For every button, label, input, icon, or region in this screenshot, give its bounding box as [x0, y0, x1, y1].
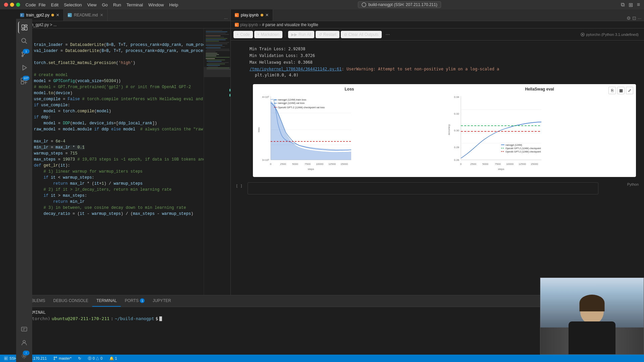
status-errors[interactable]: ⓪ 0 △ 0: [87, 356, 104, 361]
menu-window[interactable]: Window: [148, 2, 164, 7]
activity-source-control[interactable]: [18, 48, 30, 60]
markdown-button[interactable]: + Markdown: [254, 31, 282, 38]
notebook-settings-icon[interactable]: ⚙: [627, 15, 631, 21]
svg-rect-31: [206, 40, 226, 40]
menu-selection[interactable]: Selection: [64, 2, 82, 7]
panel-tab-ports[interactable]: PORTS 1: [121, 295, 149, 307]
menu-terminal[interactable]: Terminal: [126, 2, 143, 7]
activity-run-debug[interactable]: [18, 62, 30, 74]
menu-bar: File Edit Selection View Go Run Terminal…: [39, 2, 178, 7]
svg-rect-41: [206, 53, 217, 54]
empty-cell-editor[interactable]: [248, 182, 598, 194]
svg-text:OpenAI GPT-2 (124M) checkpoint: OpenAI GPT-2 (124M) checkpoint val loss: [278, 106, 325, 109]
menu-view[interactable]: View: [87, 2, 97, 7]
notebook-more-icon[interactable]: ···: [638, 16, 641, 21]
tab-modified-dot: [51, 14, 54, 16]
svg-point-60: [582, 34, 583, 35]
svg-rect-47: [207, 61, 222, 62]
close-button[interactable]: [4, 3, 8, 7]
empty-cell-gutter: [ ]: [231, 182, 248, 188]
more-icon[interactable]: ≡: [637, 2, 640, 8]
svg-text:N: N: [235, 14, 237, 16]
output-line-2: Min Validation Loss: 3.0726: [250, 53, 639, 59]
empty-cell: [ ] Python: [231, 180, 644, 197]
notebook-split-icon[interactable]: ⊡: [632, 15, 636, 21]
panel-tab-jupyter[interactable]: JUPYTER: [149, 295, 175, 307]
activity-bar: [16, 19, 32, 295]
status-branch[interactable]: master*: [52, 356, 73, 360]
menu-help[interactable]: Help: [169, 2, 178, 7]
kernel-badge[interactable]: pytorchn (Python 3.1.undefined): [578, 32, 641, 37]
tab-close-train[interactable]: ✕: [56, 13, 59, 17]
kernel-label: pytorchn (Python 3.1.undefined): [586, 33, 639, 37]
menu-go[interactable]: Go: [102, 2, 108, 7]
minimap: [204, 28, 230, 295]
hellaswag-chart-svg: 0.34 0.32 0.30 0.28 0.26 0 2500 5000: [446, 93, 543, 173]
kernel-icon: [581, 33, 585, 37]
menu-file[interactable]: File: [39, 2, 46, 7]
svg-point-116: [54, 359, 55, 360]
svg-text:4×10³: 4×10³: [262, 96, 269, 99]
split-editor-icon[interactable]: ⧉: [621, 2, 625, 8]
jupyter-label: JUPYTER: [153, 298, 171, 303]
app-name: Code: [25, 2, 36, 7]
terminal-colon: :: [111, 316, 113, 321]
svg-text:7500: 7500: [305, 163, 311, 166]
tab-close-notebook[interactable]: ✕: [265, 13, 269, 17]
minimap-visualization: [204, 28, 230, 196]
code-button[interactable]: + Code: [233, 31, 253, 38]
layout-icon[interactable]: ⊞: [629, 2, 633, 8]
cell-language-label: Python: [604, 182, 644, 186]
activity-search[interactable]: [18, 35, 30, 47]
svg-text:0: 0: [270, 163, 272, 166]
svg-rect-30: [206, 38, 227, 39]
warning-file-link[interactable]: /tmp/ipykernel_1786384/364421142.py:61: [250, 67, 342, 71]
svg-text:P: P: [21, 14, 22, 16]
maximize-button[interactable]: [16, 3, 20, 7]
svg-text:7500: 7500: [495, 163, 501, 166]
webcam-overlay: [540, 278, 644, 355]
titlebar-left: Code File Edit Selection View Go Run Ter…: [4, 2, 178, 7]
svg-rect-25: [206, 32, 227, 32]
panel-tab-debug-console[interactable]: DEBUG CONSOLE: [49, 295, 93, 307]
run-all-label: Run All: [299, 32, 311, 37]
breadcrumb-notebook-name: play.ipynb: [240, 22, 258, 27]
tab-readme[interactable]: M README.md ✕: [64, 9, 107, 21]
code-lines[interactable]: train_loader = DataLoaderLite(B=B, T=T, …: [31, 28, 204, 295]
traffic-lights: [4, 3, 20, 7]
minimize-button[interactable]: [10, 3, 14, 7]
menu-run[interactable]: Run: [113, 2, 121, 7]
chart-bar-btn[interactable]: ▦: [617, 87, 625, 94]
svg-text:steps: steps: [308, 168, 314, 171]
svg-point-5: [22, 39, 26, 43]
ssh-connection-badge[interactable]: build-nanogpt (SSH: 207.211.170.211): [358, 1, 441, 8]
code-editor[interactable]: 331 332 333 334 335 336 337 338 339 340 …: [16, 28, 230, 295]
tab-close-readme[interactable]: ✕: [100, 13, 103, 17]
clear-outputs-label: Clear All Outputs: [348, 32, 379, 37]
tab-play-ipynb[interactable]: N play.ipynb ✕: [231, 9, 273, 21]
status-sync[interactable]: ↻: [77, 356, 83, 361]
clear-outputs-button[interactable]: ⊘ Clear All Outputs: [341, 31, 382, 38]
code-label: Code: [240, 32, 250, 37]
lock-icon: [362, 2, 366, 7]
toolbar-more-button[interactable]: ···: [383, 30, 392, 39]
svg-rect-51: [208, 66, 218, 67]
ports-label: PORTS: [125, 298, 139, 303]
chart-copy-btn[interactable]: ⎘: [608, 87, 616, 94]
menu-edit[interactable]: Edit: [51, 2, 58, 7]
chart-expand-btn[interactable]: ⤢: [626, 87, 633, 94]
svg-rect-36: [207, 46, 225, 47]
status-bell[interactable]: 🔔 1: [108, 356, 118, 361]
editor-tabs: P train_gpt2.py ✕ M README.md ✕ ···: [16, 9, 230, 21]
more-editor-actions[interactable]: ···: [224, 16, 228, 21]
run-all-button[interactable]: ▶▶ Run All: [288, 31, 314, 38]
restart-button[interactable]: ↺ Restart: [316, 31, 339, 38]
activity-extensions[interactable]: [18, 75, 30, 87]
panel-tab-terminal[interactable]: TERMINAL: [92, 295, 121, 307]
loss-chart-title: Loss: [256, 87, 443, 92]
activity-explorer[interactable]: [18, 21, 30, 34]
svg-point-117: [56, 357, 57, 358]
svg-rect-27: [206, 34, 229, 35]
svg-rect-49: [207, 64, 225, 64]
tab-label-train: train_gpt2.py: [26, 13, 49, 17]
